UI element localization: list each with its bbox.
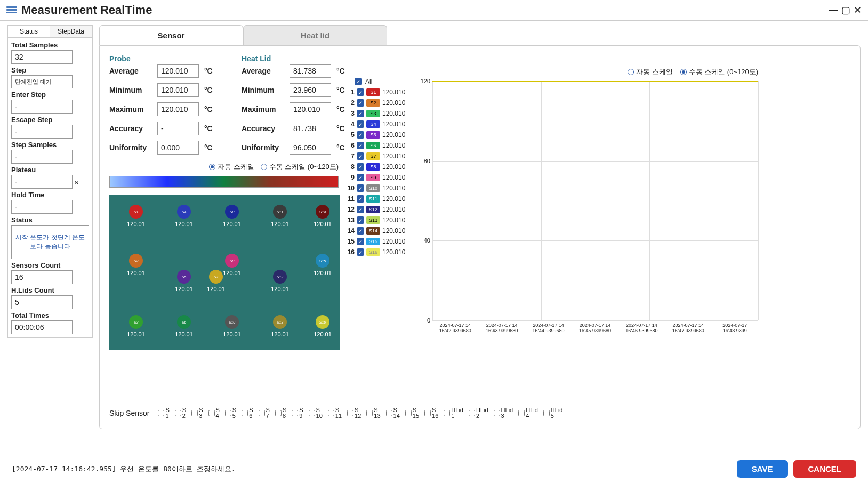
status-message: 시작 온도가 첫단계 온도보다 높습니다 [11, 225, 89, 259]
legend-item-S16[interactable]: 16✓S16120.010 [345, 248, 405, 256]
sensor-dot-S8[interactable]: S8120.01 [216, 205, 248, 227]
legend-item-S1[interactable]: 1✓S1120.010 [345, 88, 405, 96]
skip-S5[interactable]: S5 [225, 407, 236, 419]
field-plateau[interactable]: - [11, 175, 73, 189]
skip-S8[interactable]: S8 [275, 407, 286, 419]
field-escape_step[interactable]: - [11, 125, 73, 139]
probe-accuracy[interactable]: - [157, 122, 199, 135]
scale-manual[interactable]: 수동 스케일 (0~120도) [680, 67, 758, 77]
field-enter_step[interactable]: - [11, 100, 73, 114]
skip-S3[interactable]: S3 [191, 407, 203, 419]
heatlid-average[interactable]: 81.738 [290, 64, 331, 78]
legend-item-S12[interactable]: 12✓S12120.010 [345, 206, 405, 213]
skip-S6[interactable]: S6 [242, 407, 253, 419]
legend-item-S6[interactable]: 6✓S6120.010 [345, 142, 405, 149]
field-label-sensors_count: Sensors Count [11, 260, 89, 270]
sensor-dot-S15[interactable]: S15120.01 [307, 254, 339, 276]
cancel-button[interactable]: CANCEL [793, 460, 857, 478]
sensor-dot-S10[interactable]: S10120.01 [216, 315, 248, 337]
skip-S11[interactable]: S11 [328, 407, 342, 419]
skip-HLid1[interactable]: HLid1 [444, 407, 463, 419]
legend-item-S7[interactable]: 7✓S7120.010 [345, 152, 405, 160]
field-label-hold_time: Hold Time [11, 190, 89, 200]
sensor-dot-S12[interactable]: S12120.01 [264, 270, 296, 292]
legend-item-S4[interactable]: 4✓S4120.010 [345, 120, 405, 128]
legend-item-S9[interactable]: 9✓S9120.010 [345, 174, 405, 181]
field-label-hlids_count: H.Lids Count [11, 285, 89, 295]
skip-HLid5[interactable]: HLid5 [543, 407, 563, 419]
window-title: Measurement RealTime [21, 3, 152, 17]
probe-average[interactable]: 120.010 [157, 64, 199, 78]
heatlid-title: Heat Lid [242, 54, 352, 63]
color-gradient [109, 176, 339, 188]
legend-item-S10[interactable]: 10✓S10120.010 [345, 184, 405, 192]
field-total_times[interactable]: 00:00:06 [11, 320, 73, 334]
scale-auto[interactable]: 자동 스케일 [628, 67, 673, 77]
legend-item-S11[interactable]: 11✓S11120.010 [345, 195, 405, 203]
legend-item-S2[interactable]: 2✓S2120.010 [345, 99, 405, 107]
legend-item-S5[interactable]: 5✓S5120.010 [345, 131, 405, 139]
field-sensors_count[interactable]: 16 [11, 270, 73, 284]
tab-stepdata[interactable]: StepData [50, 26, 92, 37]
sensor-dot-S3[interactable]: S3120.01 [120, 315, 152, 337]
skip-S2[interactable]: S2 [175, 407, 186, 419]
close-icon[interactable]: ✕ [854, 4, 862, 16]
sensor-dot-S13[interactable]: S13120.01 [264, 315, 296, 337]
heatlid-minimum[interactable]: 23.960 [290, 83, 331, 97]
skip-S10[interactable]: S10 [309, 407, 323, 419]
sensor-dot-S2[interactable]: S2120.01 [120, 254, 152, 276]
field-label-plateau: Plateau [11, 165, 89, 175]
minimize-icon[interactable]: — [829, 4, 838, 16]
tab-status[interactable]: Status [8, 26, 50, 37]
sensor-dot-S16[interactable]: S16120.01 [307, 315, 339, 337]
skip-S7[interactable]: S7 [259, 407, 270, 419]
skip-S12[interactable]: S12 [347, 407, 361, 419]
chart: 자동 스케일수동 스케일 (0~120도) 04080120 2024-07-1… [417, 67, 758, 366]
legend-item-S13[interactable]: 13✓S13120.010 [345, 216, 405, 224]
field-step_samples[interactable]: - [11, 150, 73, 164]
field-label-total_times: Total Times [11, 310, 89, 320]
maximize-icon[interactable]: ▢ [841, 4, 850, 16]
field-hold_time[interactable]: - [11, 200, 73, 214]
legend-item-S14[interactable]: 14✓S14120.010 [345, 227, 405, 235]
skip-sensor-label: Skip Sensor [109, 409, 149, 417]
sensor-dot-S1[interactable]: S1120.01 [120, 205, 152, 227]
probe-title: Probe [109, 54, 220, 63]
skip-S13[interactable]: S13 [366, 407, 380, 419]
skip-HLid3[interactable]: HLid3 [494, 407, 513, 419]
tab-sensor[interactable]: Sensor [99, 25, 243, 45]
legend-item-S8[interactable]: 8✓S8120.010 [345, 163, 405, 171]
skip-HLid4[interactable]: HLid4 [518, 407, 538, 419]
probe-minimum[interactable]: 120.010 [157, 83, 199, 97]
probe-maximum[interactable]: 120.010 [157, 102, 199, 116]
save-button[interactable]: SAVE [737, 460, 788, 478]
field-total_samples[interactable]: 32 [11, 50, 73, 64]
field-step[interactable]: 단계진입 대기 [11, 75, 73, 88]
skip-S16[interactable]: S16 [424, 407, 438, 419]
scale-manual[interactable]: 수동 스케일 (0~120도) [261, 162, 339, 172]
heatlid-uniformity[interactable]: 96.050 [290, 141, 331, 155]
tab-heatlid[interactable]: Heat lid [243, 25, 387, 45]
skip-HLid2[interactable]: HLid2 [469, 407, 488, 419]
sensor-dot-S14[interactable]: S14120.01 [307, 205, 339, 227]
sensor-dot-S4[interactable]: S4120.01 [168, 205, 200, 227]
skip-S14[interactable]: S14 [386, 407, 400, 419]
skip-S4[interactable]: S4 [208, 407, 220, 419]
heatlid-accuracy[interactable]: 81.738 [290, 122, 331, 135]
scale-auto[interactable]: 자동 스케일 [209, 162, 254, 172]
log-message: [2024-07-17 14:16:42.955] 우선 온도를 80이하로 조… [12, 464, 235, 474]
skip-S15[interactable]: S15 [405, 407, 419, 419]
legend-item-S3[interactable]: 3✓S3120.010 [345, 110, 405, 117]
checkbox-all[interactable]: ✓ [355, 78, 362, 85]
sensor-dot-S11[interactable]: S11120.01 [264, 205, 296, 227]
probe-uniformity[interactable]: 0.000 [157, 141, 199, 155]
heatlid-maximum[interactable]: 120.010 [290, 102, 331, 116]
field-hlids_count[interactable]: 5 [11, 295, 73, 309]
skip-S1[interactable]: S1 [158, 407, 169, 419]
legend-item-S15[interactable]: 15✓S15120.010 [345, 238, 405, 245]
sensor-dot-S6[interactable]: S6120.01 [168, 315, 200, 337]
skip-S9[interactable]: S9 [292, 407, 303, 419]
sensor-dot-S5[interactable]: S5120.01 [168, 270, 200, 292]
sensor-dot-S7[interactable]: S7120.01 [200, 270, 232, 292]
field-label-enter_step: Enter Step [11, 90, 89, 100]
